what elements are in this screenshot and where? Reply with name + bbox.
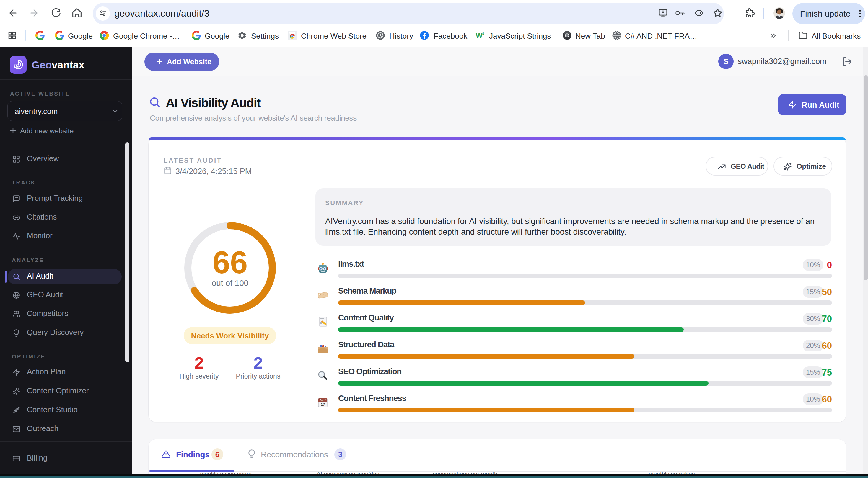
svg-text:JUL: JUL [320,399,324,401]
svg-text:17: 17 [321,402,325,407]
svg-text:W: W [476,32,483,39]
svg-text:3: 3 [482,32,484,35]
